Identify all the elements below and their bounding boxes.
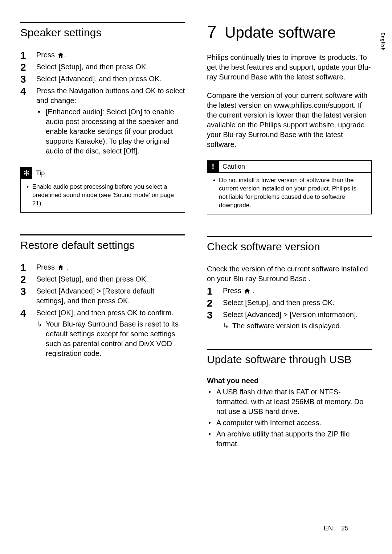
result-text: The software version is displayed.: [232, 322, 342, 330]
svg-marker-0: [58, 53, 64, 58]
step-3: Select [Advanced], and then press OK.: [20, 74, 185, 84]
usb-needs-list: A USB flash drive that is FAT or NTFS-fo…: [207, 387, 372, 449]
speaker-settings-title: Speaker settings: [20, 26, 185, 39]
page-footer: EN 25: [324, 525, 348, 532]
section-update-usb: Update software through USB What you nee…: [207, 349, 372, 449]
chapter-header: 7 Update software: [207, 22, 372, 42]
step-text: Select [Advanced] > [Restore default set…: [36, 287, 154, 305]
left-column: Speaker settings Press . Select [Setup],…: [20, 22, 185, 467]
section-check-version: Check software version Check the version…: [207, 236, 372, 331]
home-icon: [58, 53, 64, 58]
step-text: Select [Setup], and then press OK.: [223, 299, 335, 307]
tip-icon: ✻: [21, 167, 32, 179]
step-text: Select [Setup], and then press OK.: [36, 275, 148, 283]
caution-icon: !: [207, 161, 219, 172]
update-intro-2: Compare the version of your current soft…: [207, 91, 372, 149]
bullet-text: A computer with Internet access.: [216, 419, 321, 427]
restore-title: Restore default settings: [20, 239, 185, 252]
caution-callout: ! Caution Do not install a lower version…: [207, 160, 372, 214]
step-text: Press: [223, 287, 244, 295]
home-icon: [58, 265, 64, 270]
check-steps: Press . Select [Setup], and then press O…: [207, 286, 372, 331]
step-4: Press the Navigation buttons and OK to s…: [20, 86, 185, 156]
step-2: Select [Setup], and then press OK.: [20, 62, 185, 72]
enhanced-audio-bullet: [Enhanced audio]: Select [On] to enable …: [36, 107, 185, 156]
check-intro: Check the version of the current softwar…: [207, 264, 372, 284]
tip-body: Enable audio post processing before you …: [26, 183, 180, 208]
check-title: Check software version: [207, 241, 372, 253]
result-text: Your Blu-ray Surround Base is reset to i…: [46, 320, 179, 357]
bullet-text: [Enhanced audio]: Select [On] to enable …: [46, 108, 179, 155]
step-text-after: .: [251, 287, 255, 295]
list-item: A USB flash drive that is FAT or NTFS-fo…: [207, 387, 372, 416]
language-label: English: [380, 33, 385, 51]
check-result: The software version is displayed.: [223, 321, 372, 331]
what-you-need-subhead: What you need: [207, 377, 372, 385]
update-intro-1: Philips continually tries to improve its…: [207, 53, 372, 82]
svg-marker-1: [58, 265, 64, 270]
page-number: 25: [341, 525, 348, 532]
step-2: Select [Setup], and then press OK.: [207, 298, 372, 308]
step-1: Press .: [207, 286, 372, 296]
step-1: Press .: [20, 50, 185, 60]
chapter-title: Update software: [225, 24, 336, 41]
list-item: An archive utility that supports the ZIP…: [207, 429, 372, 449]
footer-lang: EN: [324, 525, 333, 532]
speaker-steps: Press . Select [Setup], and then press O…: [20, 50, 185, 156]
list-item: A computer with Internet access.: [207, 418, 372, 428]
restore-result: Your Blu-ray Surround Base is reset to i…: [36, 319, 185, 358]
section-restore-defaults: Restore default settings Press . Select …: [20, 234, 185, 359]
usb-title: Update software through USB: [207, 353, 372, 366]
step-text: Select [Setup], and then press OK.: [36, 63, 148, 71]
step-text: Select [Advanced], and then press OK.: [36, 75, 162, 83]
tip-callout: ✻ Tip Enable audio post processing befor…: [20, 167, 185, 213]
step-text: Press the Navigation buttons and OK to s…: [36, 87, 185, 104]
section-speaker-settings: Speaker settings Press . Select [Setup],…: [20, 22, 185, 213]
step-text: Press: [36, 263, 57, 271]
step-2: Select [Setup], and then press OK.: [20, 274, 185, 284]
restore-steps: Press . Select [Setup], and then press O…: [20, 262, 185, 358]
step-3: Select [Advanced] > [Version information…: [207, 310, 372, 331]
bullet-text: A USB flash drive that is FAT or NTFS-fo…: [216, 388, 363, 415]
step-text: Select [Advanced] > [Version information…: [223, 311, 358, 319]
step-text: Press: [36, 51, 57, 59]
tip-title: Tip: [32, 167, 48, 179]
step-3: Select [Advanced] > [Restore default set…: [20, 286, 185, 306]
step-4: Select [OK], and then press OK to confir…: [20, 308, 185, 358]
caution-title: Caution: [219, 161, 249, 172]
caution-body: Do not install a lower version of softwa…: [212, 176, 366, 210]
right-column: 7 Update software Philips continually tr…: [207, 22, 372, 467]
step-text-after: .: [64, 263, 68, 271]
chapter-number: 7: [207, 22, 217, 41]
bullet-text: An archive utility that supports the ZIP…: [216, 430, 350, 448]
svg-marker-2: [244, 288, 250, 294]
step-text-after: .: [64, 51, 66, 59]
step-text: Select [OK], and then press OK to confir…: [36, 309, 173, 317]
step-1: Press .: [20, 262, 185, 272]
home-icon: [244, 288, 250, 294]
